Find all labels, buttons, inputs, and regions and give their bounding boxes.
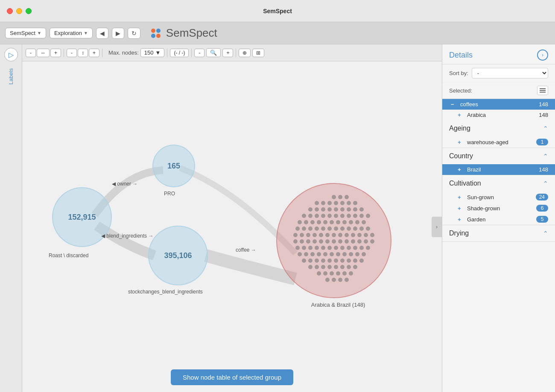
left-nav-btn[interactable]: ▷	[4, 48, 18, 61]
tree-item-garden[interactable]: + Garden 5	[442, 214, 555, 225]
h-minus-btn[interactable]: -	[26, 49, 36, 57]
sidebar-nav-btn[interactable]: ›	[537, 49, 548, 61]
zoom-out-btn[interactable]: -	[194, 49, 204, 57]
svg-point-71	[300, 239, 304, 244]
h-arrows-btn[interactable]: ↔	[37, 49, 50, 57]
svg-rect-136	[540, 92, 546, 93]
refresh-btn[interactable]: ↻	[128, 28, 140, 39]
svg-point-129	[349, 271, 353, 276]
separator-4	[191, 49, 192, 57]
zoom-in-btn[interactable]: +	[222, 49, 233, 57]
grid-btn[interactable]: ⊞	[252, 49, 264, 57]
svg-point-75	[325, 239, 330, 244]
v-minus-btn[interactable]: -	[67, 49, 77, 57]
svg-point-18	[334, 207, 338, 212]
brazil-icon: +	[458, 166, 464, 173]
svg-point-124	[317, 271, 321, 276]
coffees-collapse-icon: −	[451, 101, 458, 107]
svg-point-108	[315, 258, 319, 263]
v-plus-btn[interactable]: +	[89, 49, 99, 57]
graph-canvas[interactable]: 152,915 Roast \ discarded ◀ owner → ◀ bl…	[22, 61, 442, 392]
svg-point-84	[302, 246, 306, 250]
close-btn[interactable]	[7, 8, 13, 14]
semspect-menu-btn[interactable]: SemSpect ▼	[5, 28, 46, 38]
svg-point-33	[366, 214, 370, 218]
svg-point-36	[310, 220, 315, 224]
tree-item-shade-grown[interactable]: + Shade-grown 6	[442, 203, 555, 214]
selected-header-row: Selected:	[442, 82, 555, 99]
svg-point-125	[323, 271, 327, 276]
show-table-btn[interactable]: Show node table of selected group	[171, 369, 293, 385]
exploration-menu-btn[interactable]: Exploration ▼	[50, 28, 93, 38]
selected-icon-btn[interactable]	[537, 86, 548, 95]
svg-point-13	[353, 201, 357, 205]
svg-rect-134	[540, 88, 546, 89]
svg-point-81	[364, 239, 368, 244]
minimize-btn[interactable]	[16, 8, 22, 14]
h-plus-btn[interactable]: +	[50, 49, 61, 57]
brazil-count: 148	[539, 166, 548, 173]
section-country-header[interactable]: Country ⌃	[442, 148, 555, 164]
svg-point-6	[345, 195, 349, 199]
svg-point-7	[315, 201, 319, 205]
sun-grown-label: Sun-grown	[467, 194, 533, 200]
back-btn[interactable]: ◀	[96, 28, 108, 39]
maximize-btn[interactable]	[26, 8, 32, 14]
main-toolbar: SemSpect ▼ Exploration ▼ ◀ ▶ ↻ SemSpect	[0, 22, 555, 44]
sort-label: Sort by:	[449, 70, 468, 76]
cluster-arabica-brazil[interactable]	[276, 183, 391, 298]
country-chevron-icon: ⌃	[543, 153, 548, 160]
warehouse-aged-icon: +	[458, 139, 464, 145]
svg-point-100	[330, 252, 334, 256]
svg-point-118	[321, 265, 325, 269]
svg-point-48	[315, 226, 319, 231]
tree-item-sun-grown[interactable]: + Sun-grown 24	[442, 192, 555, 203]
svg-point-32	[359, 214, 364, 218]
svg-point-119	[327, 265, 332, 269]
svg-point-107	[308, 258, 313, 263]
svg-point-69	[370, 233, 374, 237]
node-stockchanges[interactable]: 395,106	[148, 226, 208, 285]
svg-point-68	[364, 233, 368, 237]
warehouse-aged-label: warehouse-aged	[467, 139, 534, 145]
svg-point-127	[336, 271, 340, 276]
forward-btn[interactable]: ▶	[112, 28, 124, 39]
tree-item-arabica[interactable]: + Arabica 148	[442, 110, 555, 120]
canvas-right-arrow[interactable]: ›	[432, 217, 442, 237]
titlebar: SemSpect	[0, 0, 555, 22]
section-ageing-header[interactable]: Ageing ⌃	[442, 120, 555, 136]
window-title: SemSpect	[263, 8, 292, 15]
v-arrows-btn[interactable]: ↕	[78, 49, 88, 57]
sort-select[interactable]: -	[472, 68, 548, 78]
tree-item-brazil[interactable]: + Brazil 148	[442, 164, 555, 175]
section-cultivation-header[interactable]: Cultivation ⌃	[442, 175, 555, 192]
sun-grown-count: 24	[536, 194, 548, 200]
svg-point-101	[336, 252, 340, 256]
svg-point-67	[357, 233, 362, 237]
canvas-area: - ↔ + - ↕ + Max. nodes: 150 ▼ (- / -) - …	[22, 44, 442, 392]
svg-point-9	[327, 201, 332, 205]
svg-point-20	[347, 207, 351, 212]
tree-item-warehouse-aged[interactable]: + warehouse-aged 1	[442, 136, 555, 148]
zoom-search-btn[interactable]: 🔍	[206, 48, 221, 57]
zoom-label-btn[interactable]: (- / -)	[170, 49, 189, 57]
svg-point-70	[293, 239, 298, 244]
svg-point-79	[351, 239, 355, 244]
svg-point-62	[325, 233, 330, 237]
edge-blend-label: ◀ blend_ingredients →	[101, 233, 153, 239]
node-pro[interactable]: 165	[152, 145, 195, 187]
svg-point-47	[308, 226, 313, 231]
section-drying-header[interactable]: Drying ⌃	[442, 225, 555, 241]
svg-point-4	[332, 195, 336, 199]
svg-point-72	[306, 239, 310, 244]
svg-point-11	[340, 201, 345, 205]
max-nodes-value: 150	[144, 49, 154, 56]
labels-toggle[interactable]: Labels	[8, 68, 14, 84]
sort-row: Sort by: -	[442, 64, 555, 82]
tree-item-coffees[interactable]: − coffees 148	[442, 99, 555, 110]
svg-point-23	[302, 214, 306, 218]
svg-point-41	[342, 220, 347, 224]
svg-point-15	[315, 207, 319, 212]
fit-btn[interactable]: ⊕	[239, 49, 251, 57]
max-nodes-select[interactable]: 150 ▼	[140, 48, 165, 57]
